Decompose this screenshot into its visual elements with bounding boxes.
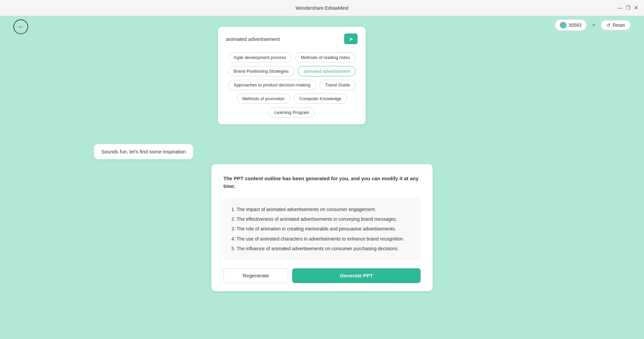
credits-icon	[560, 22, 567, 28]
reset-label: Reset	[612, 22, 625, 28]
chat-card: ➤ Agile development processMethods of re…	[218, 27, 366, 124]
generate-ppt-button[interactable]: Generate PPT	[292, 268, 421, 283]
input-row: ➤	[226, 33, 358, 44]
maximize-button[interactable]: ❐	[625, 5, 631, 11]
tag-item[interactable]: Learning Program	[269, 107, 315, 118]
reset-icon: ↺	[606, 22, 610, 28]
tag-item[interactable]: Methods of reading notes	[295, 52, 356, 63]
topic-input[interactable]	[226, 36, 341, 42]
send-icon: ➤	[349, 36, 353, 42]
outline-card: The PPT content outline has been generat…	[211, 164, 433, 291]
regenerate-button[interactable]: Regenerate	[223, 268, 288, 283]
outline-list: 1. The impact of animated advertisements…	[231, 205, 413, 254]
response-bubble: Sounds fun, let's find some inspiration	[94, 144, 193, 159]
close-button[interactable]: ✕	[633, 5, 639, 11]
tag-item[interactable]: Methods of promotion	[237, 93, 290, 104]
title-bar: Wondershare EdrawMind — ❐ ✕	[0, 0, 644, 16]
outline-list-item: 3. The role of animation in creating mem…	[231, 224, 413, 234]
app-title: Wondershare EdrawMind	[296, 5, 348, 11]
credits-badge[interactable]: 30583	[555, 19, 587, 31]
outline-list-item: 5. The influence of animated advertiseme…	[231, 244, 413, 254]
outline-list-item: 2. The effectiveness of animated adverti…	[231, 214, 413, 224]
reset-button[interactable]: ↺ Reset	[601, 20, 631, 30]
tags-grid: Agile development processMethods of read…	[226, 52, 358, 118]
outline-content: 1. The impact of animated advertisements…	[223, 198, 421, 260]
back-button[interactable]: ←	[13, 19, 28, 34]
outline-list-item: 1. The impact of animated advertisements…	[231, 205, 413, 214]
tag-item[interactable]: Agile development process	[228, 52, 292, 63]
tag-item[interactable]: Approaches to product decision-making	[228, 80, 316, 90]
credits-number: 30583	[569, 22, 582, 28]
minimize-button[interactable]: —	[617, 5, 623, 11]
outline-list-item: 4. The use of animated characters in adv…	[231, 234, 413, 244]
window-controls: — ❐ ✕	[617, 5, 639, 11]
response-text: Sounds fun, let's find some inspiration	[101, 149, 186, 154]
outline-header: The PPT content outline has been generat…	[223, 175, 421, 190]
tag-item[interactable]: Brand Positioning Strategies	[228, 66, 294, 76]
tag-item[interactable]: animated advertisement	[298, 66, 356, 76]
top-right-actions: 30583 + ↺ Reset	[555, 19, 631, 31]
action-buttons: Regenerate Generate PPT	[223, 268, 421, 283]
send-button[interactable]: ➤	[344, 33, 358, 44]
add-credits-button[interactable]: +	[591, 22, 597, 29]
tag-item[interactable]: Travel Guide	[319, 80, 356, 90]
outline-header-text: The PPT content outline has been generat…	[223, 176, 419, 189]
back-arrow-icon: ←	[18, 23, 24, 30]
tag-item[interactable]: Computer Knowledge	[293, 93, 347, 104]
